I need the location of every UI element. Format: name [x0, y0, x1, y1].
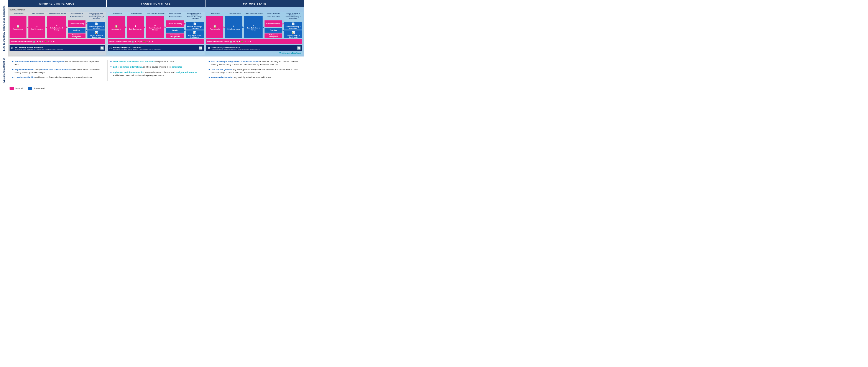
intrep-icon-1: 📊: [95, 31, 98, 34]
char-bullet-1-3: • Low data availability and limited conf…: [12, 76, 103, 79]
extrep-icon-1: 📄: [95, 22, 98, 25]
intrep-label-2: Internal Reports & Dashboards: [187, 34, 203, 38]
datacol-box-1: ≡ Data Collection & Storage: [47, 16, 66, 38]
char-bullet-2-3: • Implement workflow automation to strea…: [110, 71, 201, 77]
assess-label-1: Assessments: [13, 28, 23, 30]
extrep-label-1: External Reporting & Disclosure: [89, 26, 104, 30]
arch-side-label: ESG Technology architecture Scenarios: [0, 0, 8, 56]
ch-assess-1: Assessments: [9, 12, 28, 16]
carbon-label-1: Carbon Accounting: [70, 23, 84, 25]
datagov-icon-2: ✦: [134, 25, 136, 28]
right-stack-3: External Reporting & Disclosure 📄 Extern…: [284, 16, 302, 38]
metric-stack-3: Metric Calculation Carbon Accounting Ana…: [265, 16, 282, 38]
char-text-2-2: Gather and store external data and from …: [113, 65, 183, 69]
legend-manual-swatch: [9, 87, 14, 90]
ch-assess-3: Assessments: [206, 12, 225, 16]
intrep-icon-2: 📊: [193, 31, 196, 34]
gov-icon-right-3: 🔄: [297, 46, 301, 50]
char-col-transition: • Some level of standardized ESG standar…: [107, 60, 204, 81]
ch-ext-1: External Reporting & Disclosure: [87, 12, 105, 16]
datacol-label-2: Data Collection & Storage: [147, 27, 163, 31]
bullet-dot-1-2: •: [12, 67, 13, 74]
characteristics-section: Typical characteristics • Standards and …: [0, 56, 304, 85]
legend-automated: Automated: [28, 87, 45, 90]
hl-2-3b: configure solutions to: [175, 71, 196, 74]
char-col-minimal: • Standards and frameworks are still in …: [9, 60, 106, 81]
gov-bar-2: ⚙ ESG Reporting Process Governance Gover…: [108, 45, 204, 51]
sources-icons-3: 🏢 🖥 🏭 ✈ 🌿 🚗 ✓ 🗑: [230, 40, 252, 43]
ch-ext-2: External Reporting & Disclosure: [185, 12, 204, 16]
ext-header-2: External Reporting & Disclosure: [186, 16, 204, 21]
ch-metric-2: Metric Calculation: [166, 12, 184, 16]
hl-3-3: Automated calculation: [211, 76, 233, 79]
assess-label-3: Assessments: [210, 28, 220, 30]
hl-1-2b: manual data collection/entries: [41, 68, 71, 70]
col-headers-transition: Assessments Data Governance Data Collect…: [108, 12, 204, 16]
intrep-label-3: Internal Reports & Dashboards: [285, 34, 301, 38]
datagov-box-1: ✦ Data Governance: [28, 16, 45, 38]
gov-bar-1: ⚙ ESG Reporting Process Governance Gover…: [9, 45, 105, 51]
assess-box-1: 📋 Assessments: [9, 16, 27, 38]
flow-top-future: 📋 Assessments ✦ Data Governance ≡ Data C…: [206, 16, 302, 38]
metric-header-3: Metric Calculation: [265, 16, 282, 20]
scenario-minimal: Assessments Data Governance Data Collect…: [9, 12, 106, 55]
hl-2-2b: automated: [172, 66, 183, 68]
analytics-box-3: Analytics: [265, 28, 282, 33]
carbon-box-2: Carbon Accounting: [166, 21, 184, 27]
gov-icon-left-1: ⚙: [11, 46, 14, 50]
gov-sub-1: Governance, Risk & Compliance; Workflow;…: [15, 49, 99, 50]
analytics-label-1: Analytics: [73, 29, 80, 31]
legend-manual: Manual: [9, 87, 23, 90]
sources-icons-2: 🏢 🖥 🏭 ✈ 🌿 🚗 ✓ 🗑: [131, 40, 153, 43]
ch-gov-1: Data Governance: [29, 12, 48, 16]
col-headers-future: Assessments Data Governance Data Collect…: [206, 12, 302, 16]
ch-metric-1: Metric Calculation: [67, 12, 86, 16]
perf-label-2: Performance Management: [167, 34, 183, 38]
assess-icon-3: 📋: [213, 25, 216, 28]
legend-automated-label: Automated: [34, 87, 45, 90]
bullet-dot-3-3: •: [209, 76, 210, 79]
header-row: MINIMAL COMPLIANCE TRANSITION STATE FUTU…: [8, 0, 304, 7]
right-stack-2: External Reporting & Disclosure 📄 Extern…: [186, 16, 204, 38]
minimal-header: MINIMAL COMPLIANCE: [8, 0, 106, 7]
metric-header-2: Metric Calculation: [166, 16, 184, 20]
legend-row: Manual Automated: [0, 85, 304, 92]
three-scenarios: Assessments Data Governance Data Collect…: [9, 12, 303, 55]
bullet-dot-2-3: •: [110, 70, 112, 77]
char-side-label: Typical characteristics: [0, 56, 8, 85]
extrep-icon-3: 📄: [292, 22, 295, 25]
extrep-label-3: External Reporting & Disclosure: [285, 26, 301, 30]
gov-texts-1: ESG Reporting Process Governance Governa…: [15, 47, 99, 50]
extrep-label-2: External Reporting & Disclosure: [187, 26, 203, 30]
legend-manual-label: Manual: [16, 87, 23, 90]
extrep-box-3: 📄 External Reporting & Disclosure: [284, 22, 302, 30]
scenario-future: Assessments Data Governance Data Collect…: [206, 12, 303, 55]
ch-gov-3: Data Governance: [226, 12, 244, 16]
carbon-box-1: Carbon Accounting: [68, 21, 86, 27]
char-columns: • Standards and frameworks are still in …: [8, 56, 304, 85]
extrep-box-1: 📄 External Reporting & Disclosure: [88, 22, 105, 30]
sources-bar-1: Internal & External Data Sources 🏢 🖥 🏭 ✈…: [9, 39, 105, 44]
datagov-icon-1: ✦: [36, 25, 38, 28]
perf-box-1: Performance Management: [68, 33, 86, 38]
intrep-icon-3: 📊: [292, 31, 295, 34]
ch-collect-3: Data Collection & Storage: [245, 12, 264, 16]
perf-box-2: Performance Management: [166, 33, 184, 38]
bullet-dot-2-1: •: [110, 60, 112, 63]
gov-icon-left-2: ⚙: [109, 46, 112, 50]
datacol-label-1: Data Collection & Storage: [49, 27, 65, 31]
char-bullet-2-2: • Gather and store external data and fro…: [110, 65, 201, 69]
extrep-box-2: 📄 External Reporting & Disclosure: [186, 22, 204, 30]
hl-2-1: Some level of standardized ESG standards: [113, 60, 155, 63]
carbon-label-3: Carbon Accounting: [267, 23, 281, 25]
gov-icon-right-1: 🔄: [100, 46, 104, 50]
hl-3-2: Data is more granular: [211, 68, 232, 70]
hl-2-3a: Implement workflow automation: [113, 71, 144, 74]
ext-header-3: External Reporting & Disclosure: [284, 16, 302, 21]
metric-stack-1: Metric Calculation Carbon Accounting Ana…: [68, 16, 86, 38]
ch-collect-2: Data Collection & Storage: [147, 12, 165, 16]
char-text-3-1: ESG reporting is integrated in business …: [211, 60, 300, 66]
char-bullet-3-1: • ESG reporting is integrated in busines…: [209, 60, 300, 66]
hl-1-3: Low data availability: [14, 76, 34, 79]
bullet-dot-3-2: •: [209, 67, 210, 74]
